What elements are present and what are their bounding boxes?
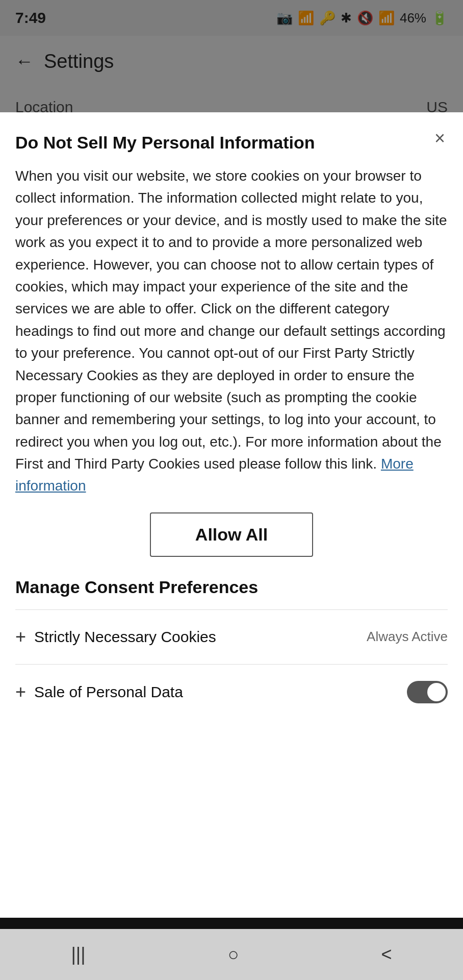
expand-sale-personal-data-icon[interactable]: +: [15, 681, 26, 703]
nav-back-icon[interactable]: <: [381, 944, 392, 965]
cookie-item-left-strictly: + Strictly Necessary Cookies: [15, 626, 216, 648]
modal-close-button[interactable]: ×: [427, 122, 453, 154]
modal-title: Do Not Sell My Personal Information: [15, 133, 448, 153]
bottom-nav-bar: ||| ○ <: [0, 929, 463, 980]
modal-body: Do Not Sell My Personal Information When…: [0, 112, 463, 918]
toggle-thumb: [427, 683, 446, 701]
allow-all-button[interactable]: Allow All: [150, 512, 313, 557]
sale-personal-data-label: Sale of Personal Data: [34, 683, 183, 701]
nav-home-icon[interactable]: ○: [228, 944, 239, 965]
strictly-necessary-label: Strictly Necessary Cookies: [34, 628, 216, 646]
manage-consent-title: Manage Consent Preferences: [15, 577, 448, 597]
strictly-necessary-status: Always Active: [367, 629, 448, 645]
modal-description-text: When you visit our website, we store coo…: [15, 168, 447, 472]
cookie-item-left-sale: + Sale of Personal Data: [15, 681, 183, 703]
modal-description: When you visit our website, we store coo…: [15, 165, 448, 497]
cookie-item-strictly-necessary: + Strictly Necessary Cookies Always Acti…: [15, 609, 448, 664]
nav-recent-apps-icon[interactable]: |||: [71, 944, 86, 965]
cookie-item-sale-personal-data: + Sale of Personal Data: [15, 664, 448, 720]
privacy-modal: × Do Not Sell My Personal Information Wh…: [0, 112, 463, 980]
sale-personal-data-toggle[interactable]: [407, 681, 448, 703]
sale-personal-data-toggle-wrapper[interactable]: [407, 681, 448, 703]
expand-strictly-necessary-icon[interactable]: +: [15, 626, 26, 648]
